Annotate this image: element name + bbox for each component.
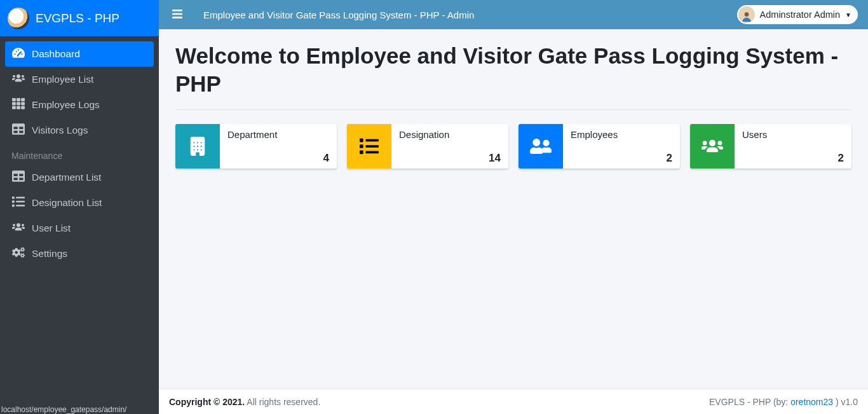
- th-list-icon: [11, 170, 25, 185]
- sidebar-item-label: Designation List: [32, 197, 102, 209]
- sidebar-item-label: Dashboard: [32, 48, 80, 60]
- top-navbar: Employee and Visitor Gate Pass Logging S…: [159, 0, 868, 29]
- card-value: 14: [399, 152, 501, 165]
- user-menu[interactable]: Adminstrator Admin ▼: [737, 5, 858, 24]
- card-value: 2: [742, 152, 844, 165]
- avatar-icon: [738, 6, 755, 23]
- footer: Copyright © 2021. All rights reserved. E…: [159, 389, 868, 414]
- sidebar-header-maintenance: Maintenance: [5, 143, 154, 165]
- card-value: 4: [227, 152, 329, 165]
- card-label: Department: [227, 129, 329, 140]
- footer-author-link[interactable]: oretnom23: [790, 397, 833, 407]
- divider: [175, 109, 851, 110]
- footer-copyright-rest: All rights reserved.: [245, 397, 320, 407]
- topnav-title: Employee and Visitor Gate Pass Logging S…: [203, 10, 474, 20]
- bars-icon: [172, 8, 183, 20]
- sidebar-item-label: Employee List: [32, 74, 93, 85]
- sidebar-item-label: Visitors Logs: [32, 125, 88, 136]
- sidebar-toggle-button[interactable]: [169, 6, 186, 24]
- card-department[interactable]: Department 4: [175, 124, 337, 169]
- footer-right: EVGPLS - PHP (by: oretnom23 ) v1.0: [709, 397, 858, 407]
- card-label: Users: [742, 129, 844, 140]
- page-title: Welcome to Employee and Visitor Gate Pas…: [175, 42, 851, 98]
- user-name: Adminstrator Admin: [760, 10, 841, 20]
- list-icon: [11, 195, 25, 210]
- sidebar-item-user-list[interactable]: User List: [5, 216, 154, 241]
- th-list-icon: [11, 97, 25, 113]
- card-users[interactable]: Users 2: [690, 124, 851, 169]
- sidebar-item-label: User List: [32, 223, 71, 234]
- card-designation[interactable]: Designation 14: [347, 124, 508, 169]
- main: Employee and Visitor Gate Pass Logging S…: [159, 0, 868, 414]
- tachometer-icon: [11, 46, 25, 62]
- sidebar: EVGPLS - PHP Dashboard Employee List: [0, 0, 159, 414]
- sidebar-item-department-list[interactable]: Department List: [5, 165, 154, 190]
- card-employees[interactable]: Employees 2: [519, 124, 680, 169]
- cogs-icon: [11, 246, 25, 261]
- sidebar-item-label: Department List: [32, 172, 101, 183]
- brand-text: EVGPLS - PHP: [36, 11, 119, 25]
- brand[interactable]: EVGPLS - PHP: [0, 0, 159, 36]
- sidebar-nav: Dashboard Employee List Employee Logs: [0, 36, 159, 272]
- sidebar-item-settings[interactable]: Settings: [5, 241, 154, 266]
- user-friends-icon: [519, 124, 563, 169]
- users-icon: [11, 72, 25, 87]
- info-cards: Department 4 Designation 14: [175, 124, 851, 169]
- sidebar-item-label: Employee Logs: [32, 99, 100, 111]
- users-icon: [11, 221, 25, 236]
- brand-logo-icon: [8, 8, 29, 29]
- sidebar-item-employee-logs[interactable]: Employee Logs: [5, 92, 154, 118]
- users-icon: [690, 124, 735, 169]
- svg-point-0: [744, 12, 749, 17]
- card-label: Designation: [399, 129, 501, 140]
- sidebar-item-designation-list[interactable]: Designation List: [5, 190, 154, 216]
- table-icon: [11, 123, 25, 138]
- sidebar-item-employee-list[interactable]: Employee List: [5, 67, 154, 92]
- card-value: 2: [571, 152, 672, 165]
- sidebar-item-visitors-logs[interactable]: Visitors Logs: [5, 118, 154, 143]
- footer-copyright-strong: Copyright © 2021.: [169, 397, 245, 407]
- sidebar-item-dashboard[interactable]: Dashboard: [5, 41, 154, 67]
- card-label: Employees: [571, 129, 672, 140]
- list-icon: [347, 124, 391, 169]
- content: Welcome to Employee and Visitor Gate Pas…: [159, 29, 868, 389]
- building-icon: [175, 124, 220, 169]
- caret-down-icon: ▼: [845, 11, 851, 18]
- sidebar-item-label: Settings: [32, 248, 67, 259]
